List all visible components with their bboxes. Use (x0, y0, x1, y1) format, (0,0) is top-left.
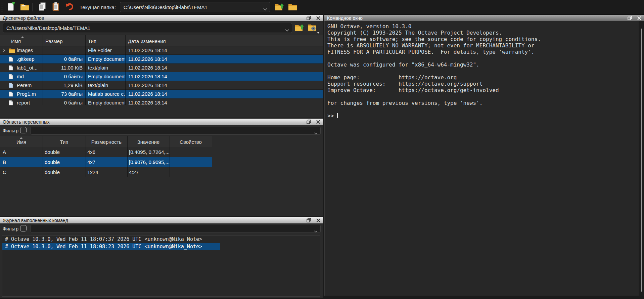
column-divider[interactable] (170, 136, 170, 177)
chevron-down-icon (263, 6, 267, 11)
file-type: text/plain (85, 81, 125, 89)
file-row-Perem[interactable]: Perem1,29 KiBtext/plain11.02.2026 18:14 (0, 81, 323, 90)
variable-row-A[interactable]: Adouble4x6[0.4095, 0.7264,... (0, 147, 323, 157)
close-icon[interactable] (316, 218, 320, 222)
file-name: report (17, 100, 30, 105)
column-divider[interactable] (85, 35, 86, 105)
file-name-cell: lab1_ot... (0, 63, 43, 72)
column-header-attr[interactable]: Свойство (170, 136, 212, 147)
variable-name: C (0, 167, 43, 177)
filter-checkbox[interactable] (20, 127, 27, 133)
command-window-titlebar[interactable]: Командное окно (324, 14, 644, 21)
variable-row-B[interactable]: Bdouble4x7[0.9076, 0.9095,... (0, 157, 212, 167)
file-type: File Folder (85, 46, 125, 54)
float-icon[interactable] (307, 16, 311, 20)
file-row-report[interactable]: report0 байтыEmpty document11.02.2026 18… (0, 98, 323, 107)
paste-button[interactable] (50, 1, 61, 13)
column-divider[interactable] (127, 136, 128, 177)
column-divider[interactable] (43, 136, 43, 177)
text-cursor (337, 113, 338, 118)
browse-folder-button[interactable] (287, 1, 298, 13)
close-icon[interactable] (316, 120, 320, 124)
float-icon[interactable] (307, 218, 311, 222)
file-icon (9, 83, 17, 88)
copy-button[interactable] (37, 1, 48, 13)
open-file-button[interactable] (19, 1, 30, 13)
console-output[interactable]: GNU Octave, version 10.3.0 Copyright (C)… (327, 23, 541, 119)
column-header-type[interactable]: Тип (43, 136, 86, 147)
toolbar-drag-handle[interactable] (1, 1, 3, 13)
column-header-type[interactable]: Тип (85, 35, 125, 46)
filter-combobox[interactable] (31, 225, 321, 233)
command-window-body[interactable]: GNU Octave, version 10.3.0 Copyright (C)… (324, 21, 644, 296)
scrollbar-thumb[interactable] (641, 29, 642, 292)
history-entry-1[interactable]: # Octave 10.3.0, Wed Feb 11 18:08:23 202… (2, 243, 220, 250)
float-icon[interactable] (307, 120, 311, 124)
filter-label: Фильтр (3, 128, 18, 133)
column-header-value[interactable]: Значение (127, 136, 170, 147)
folder-actions-button[interactable] (307, 23, 318, 33)
file-type: Empty document (85, 72, 125, 81)
float-icon[interactable] (628, 16, 632, 20)
current-folder-label: Текущая папка: (80, 4, 116, 10)
folder-up-icon (275, 3, 284, 12)
octave-main-window: Текущая папка: C:\Users\Nika\Desktop\it-… (0, 0, 644, 299)
folder-up-button[interactable] (274, 1, 285, 13)
expand-chevron-icon[interactable] (3, 48, 9, 52)
file-icon (9, 91, 17, 97)
file-date: 11.02.2026 18:14 (125, 46, 323, 54)
file-path-combobox[interactable]: C:/Users/Nika/Desktop/it-labs/TEMA1 (3, 23, 292, 33)
close-icon[interactable] (316, 16, 320, 20)
new-script-button[interactable] (5, 1, 17, 13)
column-divider[interactable] (86, 136, 86, 177)
filter-combobox[interactable] (31, 127, 321, 135)
column-header-date[interactable]: Дата изменения (125, 35, 323, 46)
file-table-header[interactable]: Имя Размер Тип Дата изменения (0, 35, 323, 46)
history-list: # Octave 10.3.0, Wed Feb 11 18:07:37 202… (2, 235, 320, 297)
column-header-size[interactable]: Размер (43, 35, 85, 46)
dropdown-arrow-icon (317, 32, 320, 34)
file-manager-titlebar[interactable]: Диспетчер файлов (0, 14, 323, 21)
file-name-cell: Perem (0, 81, 43, 89)
variable-dims: 4x7 (86, 157, 127, 167)
file-size: 1,29 KiB (43, 81, 85, 89)
file-row-lab1_ot...[interactable]: lab1_ot...11,00 KiBtext/plain11.02.2026 … (0, 63, 323, 72)
variable-type: double (43, 157, 86, 167)
column-header-dims[interactable]: Размерность (86, 136, 127, 147)
close-icon[interactable] (637, 16, 641, 20)
file-size: 0 байты (43, 98, 85, 107)
column-divider[interactable] (43, 35, 43, 105)
variable-name: A (0, 147, 43, 157)
chevron-down-icon (314, 228, 318, 233)
workspace-titlebar[interactable]: Область переменных (0, 118, 323, 125)
file-row-images[interactable]: imagesFile Folder11.02.2026 18:14 (0, 46, 323, 55)
variable-attr (170, 167, 212, 177)
undo-button[interactable] (63, 1, 75, 13)
panel-title: Область переменных (3, 119, 50, 125)
history-titlebar[interactable]: Журнал выполненных команд (0, 217, 323, 223)
file-row-Prog1.m[interactable]: Prog1.m73 байтыMatlab source c...11.02.2… (0, 90, 323, 98)
file-name-cell: .gitkeep (0, 55, 43, 63)
file-row-md[interactable]: md0 байтыEmpty document11.02.2026 18:14 (0, 72, 323, 81)
folder-up-button[interactable] (294, 23, 305, 33)
file-size: 0 байты (43, 55, 85, 63)
vertical-scrollbar[interactable] (639, 21, 644, 296)
variable-row-C[interactable]: Cdouble1x244:27 (0, 167, 323, 177)
toolbar-separator (32, 3, 33, 11)
variable-dims: 4x6 (86, 147, 127, 157)
file-name: lab1_ot... (17, 65, 38, 71)
command-window-panel: Командное окно GNU Octave, version 10.3.… (324, 14, 644, 299)
open-file-icon (20, 3, 29, 12)
history-entry-0[interactable]: # Octave 10.3.0, Wed Feb 11 18:07:37 202… (2, 236, 320, 243)
variable-type: double (43, 167, 86, 177)
file-row-.gitkeep[interactable]: .gitkeep0 байтыEmpty document11.02.2026 … (0, 55, 323, 63)
chevron-down-icon (285, 27, 289, 33)
filter-checkbox[interactable] (20, 225, 27, 231)
workspace-table-header[interactable]: Имя Тип Размерность Значение Свойство (0, 136, 212, 147)
column-divider[interactable] (125, 35, 126, 105)
file-icon (9, 74, 17, 79)
current-folder-combobox[interactable]: C:\Users\Nika\Desktop\it-labs\TEMA1 (120, 2, 270, 12)
workspace-panel: Область переменных Фильтр Имя Тип Размер… (0, 118, 323, 216)
file-size (43, 46, 85, 54)
paste-icon (51, 2, 60, 12)
